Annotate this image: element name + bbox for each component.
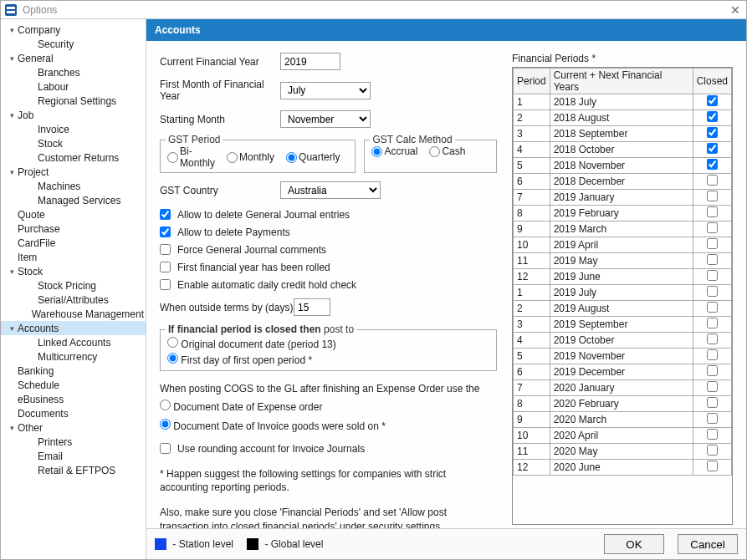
period-cell-closed (693, 94, 731, 110)
sidebar-item-printers[interactable]: Printers (1, 435, 146, 449)
sidebar-item-job[interactable]: ▾Job (1, 108, 146, 122)
tree-toggle-icon[interactable]: ▾ (8, 54, 16, 63)
first-fy-rolled-checkbox[interactable] (160, 262, 171, 272)
cancel-button[interactable]: Cancel (678, 534, 738, 554)
tree-toggle-icon[interactable]: ▾ (8, 424, 16, 432)
sidebar-item-company[interactable]: ▾Company (1, 23, 146, 37)
period-row: 52019 November (514, 349, 732, 364)
sidebar-item-stock-pricing[interactable]: Stock Pricing (1, 278, 146, 293)
sidebar-item-customer-returns[interactable]: Customer Returns (1, 150, 146, 165)
sidebar-item-machines[interactable]: Machines (1, 179, 146, 193)
outside-terms-input[interactable] (294, 298, 330, 316)
current-fy-input[interactable] (280, 53, 340, 70)
allow-delete-payments-checkbox[interactable] (160, 227, 171, 237)
svg-rect-2 (7, 11, 15, 13)
starting-month-select[interactable]: November (280, 110, 371, 128)
sidebar-item-project[interactable]: ▾Project (1, 165, 146, 179)
cogs-expense-date-radio[interactable]: Document Date of Expense order (160, 400, 322, 413)
sidebar-item-stock[interactable]: Stock (1, 136, 146, 150)
period-cell-period: 4 (514, 142, 550, 158)
period-row: 42019 October (514, 333, 732, 349)
period-closed-checkbox[interactable] (707, 206, 718, 217)
sidebar-item-stock[interactable]: ▾Stock (1, 264, 146, 278)
gst-accrual-radio[interactable]: Accrual (371, 145, 417, 157)
period-closed-checkbox[interactable] (707, 95, 718, 106)
period-closed-checkbox[interactable] (707, 397, 718, 408)
period-closed-checkbox[interactable] (707, 270, 718, 281)
use-rounding-checkbox[interactable] (160, 443, 171, 454)
period-closed-checkbox[interactable] (707, 143, 718, 154)
period-closed-checkbox[interactable] (707, 429, 718, 440)
sidebar-item-other[interactable]: ▾Other (1, 420, 146, 435)
period-closed-checkbox[interactable] (707, 445, 718, 456)
sidebar-item-item[interactable]: Item (1, 250, 146, 264)
period-closed-checkbox[interactable] (707, 318, 718, 328)
period-closed-checkbox[interactable] (707, 175, 718, 186)
sidebar-item-label: Schedule (18, 379, 59, 391)
period-closed-checkbox[interactable] (707, 413, 718, 424)
tree-toggle-icon[interactable]: ▾ (8, 26, 16, 34)
period-closed-checkbox[interactable] (707, 365, 718, 376)
sidebar-item-linked-accounts[interactable]: Linked Accounts (1, 335, 146, 349)
original-doc-date-radio[interactable]: Original document date (period 13) (167, 337, 336, 350)
period-closed-checkbox[interactable] (707, 381, 718, 392)
close-icon[interactable]: ✕ (728, 3, 743, 17)
sidebar-item-purchase[interactable]: Purchase (1, 221, 146, 236)
sidebar-item-serial-attributes[interactable]: Serial/Attributes (1, 293, 146, 307)
sidebar-item-schedule[interactable]: Schedule (1, 378, 146, 392)
period-row: 102020 April (514, 428, 732, 444)
outside-terms-label: When outside terms by (days) (160, 302, 294, 313)
ok-button[interactable]: OK (604, 534, 664, 554)
closed-period-legend: If financial period is closed then post … (166, 323, 356, 335)
sidebar-item-documents[interactable]: Documents (1, 406, 146, 420)
sidebar-item-retail-eftpos[interactable]: Retail & EFTPOS (1, 463, 146, 477)
sidebar-item-security[interactable]: Security (1, 37, 146, 51)
tree-toggle-icon[interactable]: ▾ (8, 168, 16, 176)
sidebar-item-labour[interactable]: Labour (1, 79, 146, 94)
period-closed-checkbox[interactable] (707, 254, 718, 265)
sidebar-item-cardfile[interactable]: CardFile (1, 236, 146, 250)
gst-cash-radio[interactable]: Cash (429, 145, 465, 157)
first-month-label: First Month of Financial Year (160, 79, 280, 102)
gst-monthly-radio[interactable]: Monthly (227, 151, 274, 163)
sidebar-item-general[interactable]: ▾General (1, 51, 146, 65)
period-closed-checkbox[interactable] (707, 349, 718, 360)
first-open-period-radio[interactable]: First day of first open period * (167, 353, 312, 366)
period-closed-checkbox[interactable] (707, 127, 718, 138)
period-cell-closed (693, 317, 731, 333)
sidebar-item-invoice[interactable]: Invoice (1, 122, 146, 136)
period-cell-closed (693, 126, 731, 142)
period-closed-checkbox[interactable] (707, 461, 718, 471)
period-closed-checkbox[interactable] (707, 286, 718, 297)
force-gj-comments-checkbox[interactable] (160, 244, 171, 255)
sidebar-item-managed-services[interactable]: Managed Services (1, 193, 146, 207)
gst-bimonthly-radio[interactable]: Bi-Monthly (167, 145, 215, 169)
tree-toggle-icon[interactable]: ▾ (8, 111, 16, 120)
sidebar-item-email[interactable]: Email (1, 449, 146, 463)
sidebar-item-accounts[interactable]: ▾Accounts (1, 321, 146, 335)
gst-country-select[interactable]: Australia (280, 181, 381, 199)
sidebar-item-banking[interactable]: Banking (1, 364, 146, 378)
sidebar-item-quote[interactable]: Quote (1, 207, 146, 221)
auto-credit-hold-checkbox[interactable] (160, 279, 171, 290)
sidebar-item-regional-settings[interactable]: Regional Settings (1, 94, 146, 108)
period-closed-checkbox[interactable] (707, 191, 718, 201)
first-month-select[interactable]: July (280, 82, 371, 99)
tree-toggle-icon[interactable]: ▾ (8, 267, 16, 276)
sidebar-item-multicurrency[interactable]: Multicurrency (1, 349, 146, 364)
current-fy-label: Current Financial Year (160, 56, 280, 68)
period-closed-checkbox[interactable] (707, 333, 718, 344)
cogs-invoice-date-radio[interactable]: Document Date of Invoice goods were sold… (160, 419, 386, 432)
sidebar-item-label: Invoice (38, 124, 69, 135)
tree-toggle-icon[interactable]: ▾ (8, 324, 16, 333)
period-closed-checkbox[interactable] (707, 111, 718, 122)
gst-quarterly-radio[interactable]: Quarterly (286, 151, 340, 163)
allow-delete-gj-checkbox[interactable] (160, 209, 171, 220)
period-closed-checkbox[interactable] (707, 238, 718, 249)
sidebar-item-warehouse-management[interactable]: Warehouse Management (1, 307, 146, 321)
sidebar-item-ebusiness[interactable]: eBusiness (1, 392, 146, 406)
sidebar-item-branches[interactable]: Branches (1, 65, 146, 79)
period-closed-checkbox[interactable] (707, 302, 718, 313)
period-closed-checkbox[interactable] (707, 222, 718, 233)
period-closed-checkbox[interactable] (707, 159, 718, 170)
